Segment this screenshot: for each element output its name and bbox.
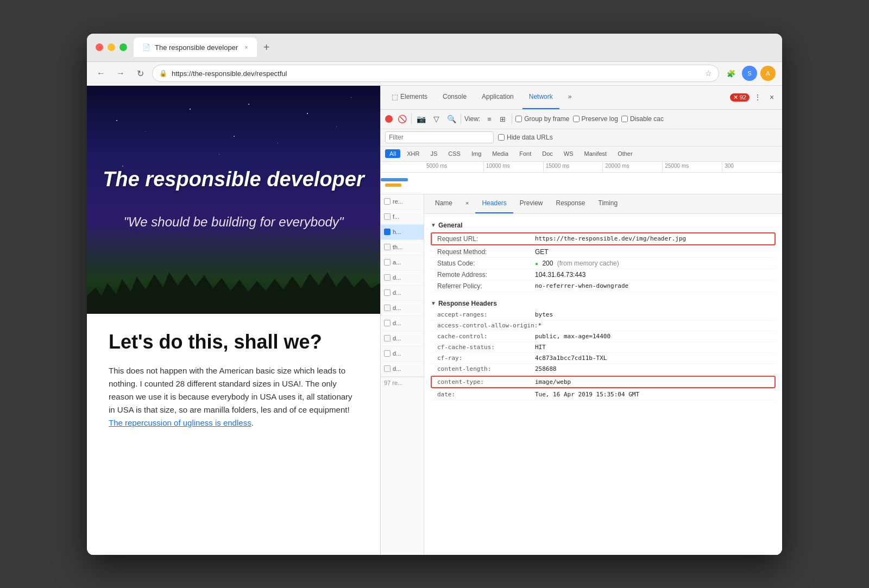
request-item-re[interactable]: re... [381,194,424,210]
back-button[interactable]: ← [93,66,109,81]
content-length-key: content-length: [437,365,535,372]
filter-ws[interactable]: WS [559,149,578,158]
traffic-lights [96,43,127,51]
url-bar[interactable]: 🔒 https://the-responsible.dev/respectful… [152,65,719,82]
tab-console[interactable]: Console [436,86,473,109]
website-panel: The responsible developer "We should be … [87,86,380,555]
record-button[interactable] [385,115,393,123]
req-checkbox[interactable] [384,244,391,250]
hide-data-urls-checkbox[interactable] [498,134,505,141]
filter-manifest[interactable]: Manifest [580,149,612,158]
request-url-row: Request URL: https://the-responsible.dev… [431,232,776,245]
filter-xhr[interactable]: XHR [402,149,424,158]
request-item-f[interactable]: f... [381,210,424,225]
preserve-log-checkbox[interactable] [573,116,580,122]
subtab-headers[interactable]: Headers [475,194,513,213]
subtab-timing[interactable]: Timing [592,194,625,213]
request-item-h[interactable]: h... [381,225,424,240]
subtab-close[interactable]: × [459,194,475,213]
filter-js[interactable]: JS [426,149,442,158]
cache-control-val: public, max-age=14400 [535,333,769,340]
tab-application[interactable]: Application [475,86,520,109]
extensions-icon[interactable]: 🧩 [723,66,739,81]
title-bar: 📄 The responsible developer × + [87,34,782,62]
group-by-frame-checkbox[interactable] [515,116,522,122]
subtab-preview-label: Preview [520,199,543,207]
request-item-d6[interactable]: d... [381,346,424,362]
search-network-button[interactable]: 🔍 [445,113,457,125]
tab-elements[interactable]: ⬚ Elements [385,86,434,109]
general-section-header[interactable]: ▼ General [431,218,776,231]
filter-media[interactable]: Media [488,149,513,158]
filter-icon[interactable]: ▽ [430,113,442,125]
req-checkbox[interactable] [384,198,391,205]
view-waterfall-button[interactable]: ⊞ [496,113,508,125]
req-checkbox[interactable] [384,213,391,220]
req-checkbox[interactable] [384,305,391,311]
request-item-d3[interactable]: d... [381,301,424,316]
profile-icon-blue[interactable]: S [742,66,757,81]
error-badge: ✕ 92 [730,93,750,102]
cf-ray-row: cf-ray: 4c873a1bcc7cd11b-TXL [431,353,776,364]
tab-close-button[interactable]: × [244,44,248,50]
address-bar: ← → ↻ 🔒 https://the-responsible.dev/resp… [87,62,782,86]
forward-button[interactable]: → [113,66,128,81]
reload-button[interactable]: ↻ [133,66,148,81]
req-checkbox[interactable] [384,365,391,372]
more-options-button[interactable]: ⋮ [752,91,764,103]
req-checkbox[interactable] [384,320,391,326]
traffic-light-yellow[interactable] [108,43,115,51]
req-checkbox-checked[interactable] [384,229,391,235]
disable-cache-checkbox[interactable] [621,116,628,122]
subtab-response-label: Response [556,199,585,207]
tab-network[interactable]: Network [522,86,559,109]
filter-doc[interactable]: Doc [538,149,557,158]
traffic-light-green[interactable] [119,43,127,51]
request-item-d4[interactable]: d... [381,316,424,331]
camera-button[interactable]: 📷 [415,113,427,125]
remote-address-row: Remote Address: 104.31.64.73:443 [431,269,776,281]
subtab-preview[interactable]: Preview [513,194,550,213]
group-by-frame-label[interactable]: Group by frame [515,115,569,123]
new-tab-button[interactable]: + [259,41,274,54]
request-item-d7[interactable]: d... [381,362,424,377]
disable-cache-label[interactable]: Disable cac [621,115,664,123]
content-type-val: image/webp [535,378,769,385]
req-checkbox[interactable] [384,259,391,265]
filter-img[interactable]: Img [467,149,486,158]
req-checkbox[interactable] [384,335,391,342]
tab-more[interactable]: » [562,86,578,109]
browser-tab[interactable]: 📄 The responsible developer × [134,37,257,57]
remote-address-val: 104.31.64.73:443 [535,271,769,279]
hero-quote: "We should be building for everybody" [124,213,344,231]
traffic-light-red[interactable] [96,43,103,51]
timeline-bars [381,173,782,194]
request-item-d5[interactable]: d... [381,331,424,346]
close-devtools-button[interactable]: × [766,91,778,103]
filter-other[interactable]: Other [613,149,637,158]
hide-data-urls-label[interactable]: Hide data URLs [498,134,553,141]
view-list-button[interactable]: ≡ [483,113,495,125]
preserve-log-label[interactable]: Preserve log [573,115,618,123]
clear-button[interactable]: 🚫 [396,113,408,125]
req-checkbox[interactable] [384,274,391,281]
subtab-response[interactable]: Response [550,194,592,213]
request-item-d2[interactable]: d... [381,286,424,301]
req-checkbox[interactable] [384,289,391,296]
accept-ranges-row: accept-ranges: bytes [431,309,776,320]
request-url-key: Request URL: [437,235,535,243]
profile-icon-orange[interactable]: A [760,66,776,81]
filter-all[interactable]: All [385,149,400,158]
filter-input[interactable] [385,131,494,143]
request-item-a[interactable]: a... [381,255,424,270]
filter-css[interactable]: CSS [444,149,465,158]
content-length-val: 258688 [535,365,769,372]
subtab-name[interactable]: Name [429,194,459,213]
status-code-number: 200 [542,260,553,267]
req-checkbox[interactable] [384,350,391,357]
article-link[interactable]: The repercussion of ugliness is endless [109,418,251,427]
request-item-d1[interactable]: d... [381,270,424,286]
response-section-header[interactable]: ▼ Response Headers [431,296,776,309]
filter-font[interactable]: Font [515,149,536,158]
request-item-th[interactable]: th... [381,240,424,255]
